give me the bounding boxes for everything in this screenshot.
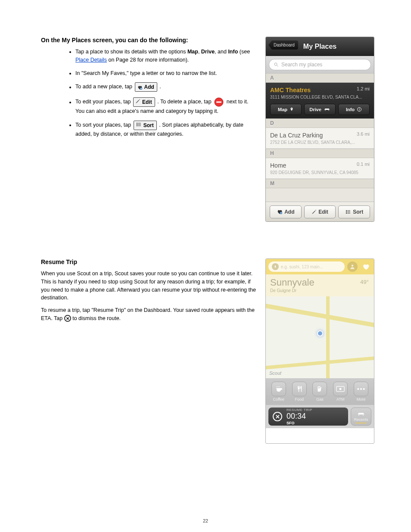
svg-rect-6 xyxy=(138,124,141,125)
resume-label: RESUME TRIP xyxy=(286,408,312,412)
gas-button[interactable]: Gas xyxy=(310,382,330,401)
pin-icon xyxy=(290,107,294,112)
section-header-m: M xyxy=(266,179,374,188)
place-row[interactable]: Home 0.1 mi 920 DEGUIGNE DR, SUNNYVALE, … xyxy=(266,158,374,179)
sort-button[interactable]: Sort xyxy=(338,205,370,218)
place-address: 3111 MISSION COLLEGE BLVD, SANTA CLA... xyxy=(270,95,370,100)
profile-icon[interactable] xyxy=(347,261,358,272)
svg-rect-19 xyxy=(346,213,347,214)
place-name: AMC Theatres xyxy=(270,87,311,93)
svg-point-23 xyxy=(352,264,354,267)
bullet-item: To add a new place, tap Add . xyxy=(75,82,256,92)
scout-logo: Scout xyxy=(269,370,281,376)
back-dashboard-button[interactable]: Dashboard xyxy=(268,40,298,50)
svg-rect-3 xyxy=(137,123,137,124)
close-icon[interactable]: ✕ xyxy=(273,412,282,421)
section-title: On the My Places screen, you can do the … xyxy=(41,37,256,44)
sort-icon xyxy=(345,209,351,215)
location-header: Sunnyvale De Guigne Dr 49° xyxy=(266,274,374,296)
heart-plus-icon xyxy=(277,209,283,215)
current-location-dot xyxy=(317,330,323,336)
svg-rect-2 xyxy=(216,102,221,103)
resume-dest: SFO xyxy=(286,421,312,425)
more-icon xyxy=(354,382,368,396)
car-icon xyxy=(324,107,330,112)
sort-button-inline: Sort xyxy=(134,121,157,130)
pencil-icon xyxy=(311,209,317,215)
nav-bar: Dashboard My Places xyxy=(266,37,374,56)
more-button[interactable]: More xyxy=(351,382,371,401)
svg-rect-7 xyxy=(137,125,137,126)
mic-icon xyxy=(272,263,279,270)
resume-trip-button[interactable]: ✕ RESUME TRIP 00:34 SFO xyxy=(268,408,348,426)
svg-point-25 xyxy=(339,388,342,390)
place-address: 920 DEGUIGNE DR, SUNNYVALE, CA 94085 xyxy=(270,170,370,175)
place-name: De La Cruz Parking xyxy=(270,132,323,139)
street-name: De Guigne Dr xyxy=(270,288,370,293)
edit-button[interactable]: Edit xyxy=(304,205,336,218)
place-distance: 1.2 mi xyxy=(357,86,370,91)
dashboard-screenshot: e.g. sushi, 123 main... Sunnyvale De Gui… xyxy=(265,258,374,444)
section-header-a: A xyxy=(266,73,374,83)
place-address: 2752 DE LA CRUZ BLVD, SANTA CLARA,... xyxy=(270,140,370,145)
atm-icon xyxy=(333,382,348,396)
add-button-inline: Add xyxy=(135,82,157,92)
heart-plus-icon xyxy=(137,84,143,90)
bullet-item: To edit your places, tap Edit . To delet… xyxy=(75,97,256,115)
page-number: 22 xyxy=(203,518,208,523)
svg-point-12 xyxy=(359,108,360,109)
my-places-screenshot: Dashboard My Places Search my places A A… xyxy=(265,37,374,222)
svg-rect-4 xyxy=(138,123,141,124)
svg-rect-20 xyxy=(347,213,350,213)
place-row[interactable]: De La Cruz Parking 3.6 mi 2752 DE LA CRU… xyxy=(266,128,374,149)
resume-eta: 00:34 xyxy=(286,412,312,421)
favorites-icon[interactable] xyxy=(360,261,371,272)
info-icon xyxy=(357,107,362,112)
section-header-h: H xyxy=(266,149,374,158)
place-distance: 0.1 mi xyxy=(357,162,370,167)
coffee-button[interactable]: Coffee xyxy=(268,382,289,401)
temperature: 49° xyxy=(360,279,369,285)
svg-rect-5 xyxy=(137,124,137,125)
city-name: Sunnyvale xyxy=(270,277,370,288)
coffee-icon xyxy=(271,382,286,396)
svg-point-27 xyxy=(360,388,362,390)
search-input[interactable]: Search my places xyxy=(269,59,371,70)
search-icon xyxy=(274,62,279,67)
bullet-item: To sort your places, tap Sort . Sort pla… xyxy=(75,121,256,138)
quick-categories: Coffee Food Gas ATM More xyxy=(266,378,374,405)
dashboard-search[interactable]: e.g. sushi, 123 main... xyxy=(268,261,345,272)
svg-rect-16 xyxy=(347,210,350,211)
recents-button[interactable]: Recents xyxy=(351,408,371,426)
section-my-places: On the My Places screen, you can do the … xyxy=(41,37,256,143)
svg-rect-18 xyxy=(347,212,350,212)
bullet-item: In "Search My Faves," type a letter or t… xyxy=(75,69,256,78)
add-button[interactable]: Add xyxy=(270,205,302,218)
resume-trip-title: Resume Trip xyxy=(41,258,256,265)
food-icon xyxy=(292,382,307,396)
toolbar: Add Edit Sort xyxy=(266,202,374,221)
resume-trip-para1: When you use Scout on a trip, Scout save… xyxy=(41,270,256,302)
car-icon xyxy=(357,411,365,417)
place-details-link[interactable]: Place Details xyxy=(75,57,107,63)
screen-title: My Places xyxy=(303,43,336,50)
map-view[interactable]: Scout xyxy=(266,296,374,378)
atm-button[interactable]: ATM xyxy=(330,382,351,401)
map-button[interactable]: Map xyxy=(270,104,302,115)
svg-rect-21 xyxy=(275,265,276,267)
drive-button[interactable]: Drive xyxy=(304,104,336,115)
bullet-item: Tap a place to show its details with the… xyxy=(75,48,256,64)
place-row-selected[interactable]: AMC Theatres 1.2 mi 3111 MISSION COLLEGE… xyxy=(266,83,374,118)
svg-rect-8 xyxy=(138,126,141,126)
gas-icon xyxy=(312,382,327,396)
resume-trip-para2: To resume a trip, tap "Resume Trip" on t… xyxy=(41,306,256,323)
sort-icon xyxy=(136,121,142,129)
pencil-icon xyxy=(135,98,140,106)
section-header-d: D xyxy=(266,118,374,128)
svg-line-10 xyxy=(277,65,278,67)
close-x-icon: ✕ xyxy=(64,315,71,322)
food-button[interactable]: Food xyxy=(289,382,310,401)
bullet-list: Tap a place to show its details with the… xyxy=(75,48,256,138)
edit-button-inline: Edit xyxy=(133,97,155,107)
info-button[interactable]: Info xyxy=(338,104,370,115)
